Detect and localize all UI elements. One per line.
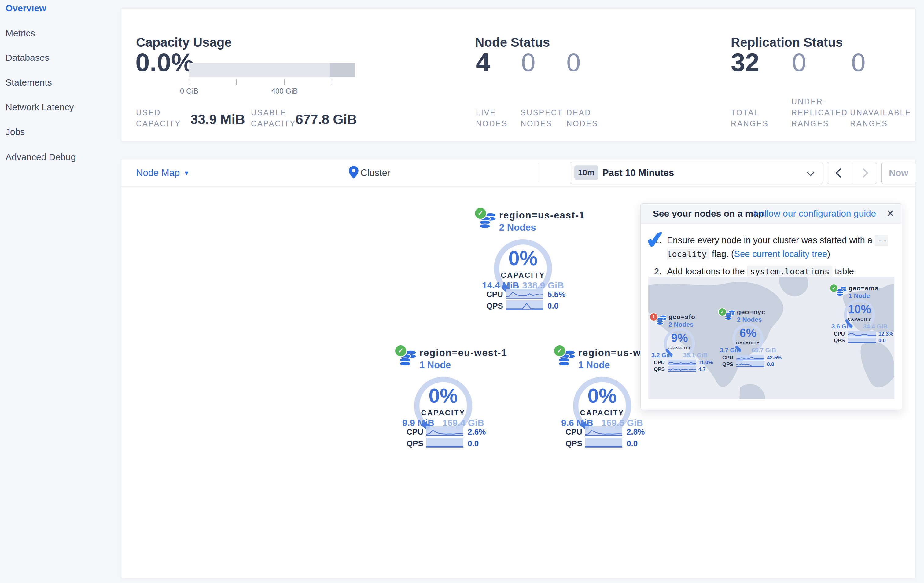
mini-locality-geo-sfo: 1 geo=sfo 2 Nodes 9% CAPACITY 3.2 GiB35.… <box>649 313 710 372</box>
used-capacity-value: 33.9 MiB <box>190 112 245 127</box>
sidebar-item-jobs[interactable]: Jobs <box>5 127 25 137</box>
healthy-check-icon: ✓ <box>553 344 566 357</box>
used-capacity-label: USED CAPACITY <box>136 107 181 129</box>
capacity-label: CAPACITY <box>474 271 572 280</box>
locality-tree-link[interactable]: See current locality tree <box>734 249 827 259</box>
locality-title: region=eu-west-1 <box>419 347 507 358</box>
total-value: 65.7 GiB <box>752 347 776 354</box>
qps-sparkline <box>736 361 764 367</box>
qps-label: QPS <box>566 439 582 448</box>
locality-nodes-link[interactable]: 1 Node <box>419 360 451 371</box>
usable-capacity-label: USABLE CAPACITY <box>251 107 296 129</box>
sidebar-item-advanced-debug[interactable]: Advanced Debug <box>5 152 76 162</box>
capacity-tick <box>236 79 237 85</box>
locality-node-us-east-1[interactable]: ✓ region=us-east-1 2 Nodes 0% CAPACITY 1… <box>474 208 572 315</box>
qps-label: QPS <box>486 301 503 311</box>
qps-label: QPS <box>722 361 733 367</box>
example-node-map: 1 geo=sfo 2 Nodes 9% CAPACITY 3.2 GiB35.… <box>648 277 894 399</box>
close-icon[interactable]: × <box>886 207 894 220</box>
capacity-bar-reserved-segment <box>330 63 355 77</box>
healthy-check-icon: ✓ <box>718 308 726 316</box>
capacity-percent: 9% <box>649 331 710 345</box>
capacity-tick-label-0: 0 GiB <box>180 87 198 96</box>
total-ranges-label: TOTAL RANGES <box>731 107 769 129</box>
cpu-sparkline <box>668 360 696 365</box>
cpu-sparkline <box>585 426 622 436</box>
used-value: 3.2 GiB <box>651 352 672 358</box>
view-selector-dropdown[interactable]: Node Map▾ <box>136 168 188 178</box>
capacity-bar <box>188 63 355 77</box>
cpu-label: CPU <box>834 331 845 337</box>
node-map-setup-popup: See your nodes on a map! Follow our conf… <box>640 203 902 410</box>
locality-nodes-link[interactable]: 1 Node <box>578 360 610 371</box>
locality-node-us-west-1[interactable]: ✓ region=us-west-1 1 Node 0% CAPACITY 9.… <box>553 345 651 452</box>
cpu-sparkline <box>506 289 543 298</box>
next-range-button[interactable] <box>852 162 877 184</box>
qps-value: 0.0 <box>468 439 478 448</box>
overview-page: Overview Metrics Databases Statements Ne… <box>0 0 924 583</box>
locality-node-eu-west-1[interactable]: ✓ region=eu-west-1 1 Node 0% CAPACITY 9.… <box>394 345 492 452</box>
cpu-value: 2.8% <box>627 427 645 436</box>
capacity-tick <box>332 79 332 85</box>
capacity-percent: 6% <box>718 327 779 340</box>
locality-nodes-link[interactable]: 2 Nodes <box>499 222 536 233</box>
chevron-down-icon <box>807 168 814 176</box>
cpu-value: 2.6% <box>468 427 486 436</box>
capacity-label: CAPACITY <box>829 317 890 321</box>
healthy-check-icon: ✓ <box>474 207 487 220</box>
capacity-tick <box>284 79 285 85</box>
locality-title: geo=sfo <box>668 313 695 321</box>
sidebar-item-databases[interactable]: Databases <box>5 53 49 63</box>
cpu-label: CPU <box>406 427 423 436</box>
sidebar-item-statements[interactable]: Statements <box>5 77 52 88</box>
map-pin-icon <box>349 166 358 179</box>
used-value: 3.6 GiB <box>832 323 853 330</box>
step-text: Ensure every node in your cluster was st… <box>667 235 875 245</box>
prev-range-button[interactable] <box>827 162 852 184</box>
suspect-nodes-label: SUSPECT NODES <box>521 107 563 129</box>
under-replicated-label: UNDER- REPLICATED RANGES <box>791 96 848 129</box>
now-button[interactable]: Now <box>881 162 916 184</box>
dead-nodes-label: DEAD NODES <box>566 107 598 129</box>
suspect-nodes-value: 0 <box>521 48 536 77</box>
sidebar-item-metrics[interactable]: Metrics <box>5 28 35 38</box>
popup-header: See your nodes on a map! Follow our conf… <box>641 204 902 224</box>
popup-title: See your nodes on a map! <box>653 204 767 224</box>
qps-label: QPS <box>654 366 665 372</box>
chevron-left-icon <box>836 168 845 178</box>
qps-value: 0.0 <box>548 301 558 311</box>
used-value: 3.7 GiB <box>720 347 741 354</box>
qps-sparkline <box>426 438 464 448</box>
qps-sparkline <box>506 300 543 310</box>
qps-sparkline <box>585 438 622 448</box>
step-done-check-icon: ✔ <box>644 225 667 254</box>
capacity-label: CAPACITY <box>394 408 492 417</box>
dead-nodes-value: 0 <box>566 48 581 77</box>
capacity-percent: 0.0% <box>135 48 194 77</box>
breadcrumb[interactable]: Cluster <box>360 168 390 178</box>
cpu-sparkline <box>426 426 464 436</box>
chevron-down-icon: ▾ <box>185 169 188 177</box>
qps-label: QPS <box>406 439 423 448</box>
capacity-percent: 0% <box>474 247 572 270</box>
cpu-label: CPU <box>722 355 733 361</box>
qps-value: 0.0 <box>627 439 638 448</box>
sidebar-item-network-latency[interactable]: Network Latency <box>5 102 74 112</box>
step-text: flag. ( <box>710 249 734 259</box>
locality-title: geo=ams <box>848 285 879 292</box>
locality-title: geo=nyc <box>737 308 766 316</box>
capacity-tick-label-400: 400 GiB <box>271 87 298 96</box>
view-selector-label: Node Map <box>136 168 180 178</box>
capacity-percent: 10% <box>829 303 890 316</box>
qps-label: QPS <box>834 338 845 344</box>
unavailable-ranges-value: 0 <box>851 48 866 77</box>
capacity-label: CAPACITY <box>718 341 779 345</box>
sidebar-item-overview[interactable]: Overview <box>5 3 46 13</box>
step-text: Add locations to the <box>667 267 747 276</box>
total-value: 35.1 GiB <box>683 352 708 359</box>
qps-sparkline <box>848 338 876 343</box>
code-chip: system.locations <box>747 266 832 277</box>
time-range-picker[interactable]: 10m Past 10 Minutes <box>570 162 823 184</box>
healthy-check-icon: ✓ <box>394 344 407 357</box>
configuration-guide-link[interactable]: Follow our configuration guide <box>754 204 876 224</box>
